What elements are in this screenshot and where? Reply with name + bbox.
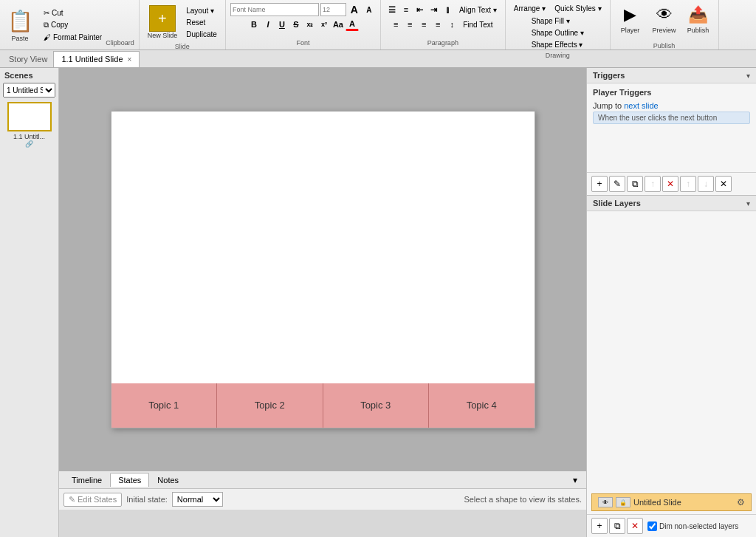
trigger-description: When the user clicks the next button [593,112,750,124]
slide-container[interactable]: Topic 1 Topic 2 Topic 3 Topic 4 [111,111,535,428]
arrange-button[interactable]: Arrange ▾ [510,3,549,14]
layer-lock-icon[interactable]: 🔒 [616,497,630,507]
layer-visibility-icon[interactable]: 👁 [598,497,613,507]
dim-layers-checkbox-label: Dim non-selected layers [647,521,738,531]
main-area: Scenes 1 Untitled S... 1.1 Untitl... 🔗 T… [0,68,756,537]
find-text-button[interactable]: Find Text [459,19,496,30]
shape-outline-button[interactable]: Shape Outline ▾ [528,27,588,38]
slide-layers-collapse-icon[interactable]: ▾ [746,199,750,208]
notes-tab[interactable]: Notes [149,473,187,487]
initial-state-label: Initial state: [126,495,168,504]
player-button[interactable]: ▶ Player [615,1,646,38]
edit-states-label: Edit States [78,495,117,504]
case-button[interactable]: Aa [331,18,345,31]
cut-button[interactable]: ✂ Cut [40,7,106,18]
scenes-dropdown[interactable]: 1 Untitled S... [3,83,55,98]
triggers-collapse-icon[interactable]: ▾ [746,72,750,80]
timeline-tab[interactable]: Timeline [63,473,110,487]
increase-font-button[interactable]: A [348,3,361,16]
copy-button[interactable]: ⧉ Copy [40,19,106,31]
format-painter-icon: 🖌 [44,33,51,41]
dim-layers-checkbox[interactable] [647,521,657,531]
trigger-jump-text: Jump to [593,101,622,110]
edit-trigger-button[interactable]: ✎ [609,176,625,192]
add-trigger-button[interactable]: + [591,176,608,192]
story-view-tab[interactable]: Story View [3,53,53,65]
new-slide-icon: + [149,5,176,32]
trigger-up2-button[interactable]: ↑ [680,176,696,192]
justify-button[interactable]: ≡ [431,18,444,31]
subscript-button[interactable]: x₂ [303,18,317,31]
layer-gear-icon[interactable]: ⚙ [737,497,745,507]
align-left-button[interactable]: ≡ [389,18,402,31]
slide-tab-close[interactable]: × [128,55,132,64]
right-panel: Triggers ▾ Player Triggers Jump to next … [586,68,756,537]
states-tab[interactable]: States [110,473,149,487]
slide-layers-title: Slide Layers [593,199,641,208]
scene-thumb-label: 1.1 Untitl... [7,133,52,140]
layer-item-untitled[interactable]: 👁 🔒 Untitled Slide ⚙ [591,493,752,511]
trigger-close-button[interactable]: ✕ [715,176,732,192]
font-name-input[interactable] [230,3,319,16]
topic4-button[interactable]: Topic 4 [429,383,535,428]
topic3-button[interactable]: Topic 3 [323,383,430,428]
player-icon: ▶ [619,3,642,27]
publish-button[interactable]: 📤 Publish [683,1,714,38]
topic1-button[interactable]: Topic 1 [111,383,218,428]
line-spacing-button[interactable]: ↕ [445,18,458,31]
underline-button[interactable]: U [275,18,289,31]
move-trigger-up-button[interactable]: ↑ [645,176,661,192]
initial-state-select[interactable]: Normal Hover Visited Selected Disabled H… [172,492,223,507]
font-size-input[interactable] [320,3,346,16]
new-slide-button[interactable]: + New Slide [144,3,182,41]
triggers-header: Triggers ▾ [587,68,756,83]
slide-tab-active[interactable]: 1.1 Untitled Slide × [53,51,140,67]
superscript-button[interactable]: x² [317,18,331,31]
select-shape-message: Select a shape to view its states. [464,495,582,504]
decrease-font-button[interactable]: A [362,3,376,16]
reset-button[interactable]: Reset [182,17,221,28]
cut-icon: ✂ [44,9,49,17]
scene-thumbnail[interactable]: 1.1 Untitl... 🔗 [7,102,52,148]
delete-layer-button[interactable]: ✕ [627,518,643,534]
shape-fill-button[interactable]: Shape Fill ▾ [528,16,588,27]
trigger-down-button[interactable]: ↓ [698,176,714,192]
slide-tab-label: 1.1 Untitled Slide [61,55,123,64]
duplicate-button[interactable]: Duplicate [182,29,221,40]
align-text-button[interactable]: Align Text ▾ [456,4,501,16]
format-painter-button[interactable]: 🖌 Format Painter [40,32,106,43]
paste-button[interactable]: 📋 Paste [4,6,35,44]
layout-button[interactable]: Layout ▾ [182,5,221,16]
numbering-button[interactable]: ≡ [399,3,413,16]
edit-states-button[interactable]: ✎ Edit States [63,493,122,507]
add-layer-button[interactable]: + [591,518,608,534]
delete-trigger-button[interactable]: ✕ [662,176,678,192]
increase-indent-button[interactable]: ⇥ [427,3,441,16]
quick-styles-button[interactable]: Quick Styles ▾ [551,3,605,14]
triggers-section: Triggers ▾ Player Triggers Jump to next … [587,68,756,196]
font-color-button[interactable]: A [346,18,359,31]
drawing-label: Drawing [546,50,570,59]
paragraph-group: ☰ ≡ ⇤ ⇥ ⫿ Align Text ▾ ≡ ≡ ≡ ≡ ↕ Find Te… [381,0,506,49]
trigger-next-slide-link[interactable]: next slide [624,101,658,110]
copy-trigger-button[interactable]: ⧉ [627,176,643,192]
bottom-panel-dropdown[interactable]: ▾ [568,473,582,487]
decrease-indent-button[interactable]: ⇤ [413,3,427,16]
paste-icon: 📋 [7,8,33,35]
columns-button[interactable]: ⫿ [441,3,455,16]
strikethrough-button[interactable]: S [289,18,303,31]
preview-icon: 👁 [653,3,676,27]
preview-button[interactable]: 👁 Preview [649,1,680,38]
triggers-title: Triggers [593,71,625,80]
states-toolbar: ✎ Edit States Initial state: Normal Hove… [59,489,586,510]
align-center-button[interactable]: ≡ [403,18,416,31]
layer-name-label: Untitled Slide [633,498,737,507]
align-right-button[interactable]: ≡ [417,18,430,31]
topic2-button[interactable]: Topic 2 [217,383,323,428]
italic-button[interactable]: I [261,18,275,31]
copy-layer-button[interactable]: ⧉ [609,518,625,534]
shape-effects-button[interactable]: Shape Effects ▾ [528,39,588,50]
paragraph-label: Paragraph [427,38,458,47]
bullets-button[interactable]: ☰ [385,3,399,16]
bold-button[interactable]: B [247,18,261,31]
